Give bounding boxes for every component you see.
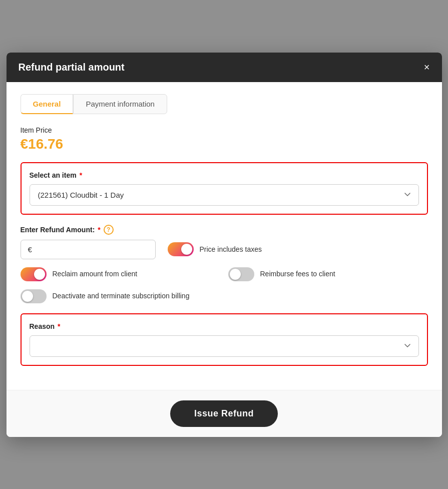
currency-symbol: €: [28, 245, 32, 254]
modal-footer: Issue Refund: [7, 390, 442, 437]
toggles-grid: Reclaim amount from client Reimburse fee…: [21, 267, 428, 303]
tab-bar: General Payment information: [21, 94, 428, 114]
deactivate-toggle-item: Deactivate and terminate subscription bi…: [21, 289, 220, 303]
select-item-section: Select an item * (221561) Cloudbit - 1 D…: [21, 162, 428, 215]
refund-amount-input[interactable]: [34, 245, 148, 254]
help-icon[interactable]: ?: [104, 225, 114, 235]
reason-section: Reason *: [21, 313, 428, 366]
select-item-dropdown[interactable]: (221561) Cloudbit - 1 Day: [30, 184, 419, 206]
refund-amount-required: *: [98, 226, 100, 234]
modal-container: Refund partial amount × General Payment …: [7, 53, 442, 437]
reason-dropdown[interactable]: [30, 335, 419, 357]
reason-required: *: [58, 322, 60, 330]
refund-input-wrapper: €: [21, 240, 156, 259]
tab-general[interactable]: General: [21, 94, 74, 114]
select-item-label: Select an item *: [30, 171, 419, 179]
tab-payment-information[interactable]: Payment information: [73, 94, 167, 114]
modal-header: Refund partial amount ×: [7, 53, 442, 82]
select-item-required: *: [80, 171, 82, 179]
modal-overlay: Refund partial amount × General Payment …: [0, 0, 448, 489]
close-button[interactable]: ×: [424, 62, 430, 72]
price-includes-taxes-toggle[interactable]: [168, 242, 194, 256]
reimburse-fees-label: Reimburse fees to client: [260, 269, 335, 278]
item-price-value: €16.76: [21, 136, 428, 152]
modal-body: General Payment information Item Price €…: [7, 82, 442, 390]
deactivate-label: Deactivate and terminate subscription bi…: [53, 291, 190, 300]
reason-label: Reason *: [30, 322, 419, 330]
reclaim-amount-toggle[interactable]: [21, 267, 47, 281]
reimburse-fees-toggle[interactable]: [228, 267, 254, 281]
item-price-section: Item Price €16.76: [21, 126, 428, 152]
reclaim-amount-toggle-item: Reclaim amount from client: [21, 267, 220, 281]
deactivate-toggle[interactable]: [21, 289, 47, 303]
issue-refund-button[interactable]: Issue Refund: [170, 400, 278, 427]
refund-input-row: € Price includes taxes: [21, 240, 428, 259]
reimburse-fees-toggle-item: Reimburse fees to client: [228, 267, 428, 281]
refund-amount-section: Enter Refund Amount: * ? €: [21, 225, 428, 303]
reclaim-amount-label: Reclaim amount from client: [53, 269, 138, 278]
refund-amount-label: Enter Refund Amount: * ?: [21, 225, 428, 235]
item-price-label: Item Price: [21, 126, 428, 134]
modal-title: Refund partial amount: [19, 62, 125, 73]
price-includes-taxes-label: Price includes taxes: [200, 245, 262, 254]
price-includes-taxes-toggle-item: Price includes taxes: [168, 242, 262, 256]
